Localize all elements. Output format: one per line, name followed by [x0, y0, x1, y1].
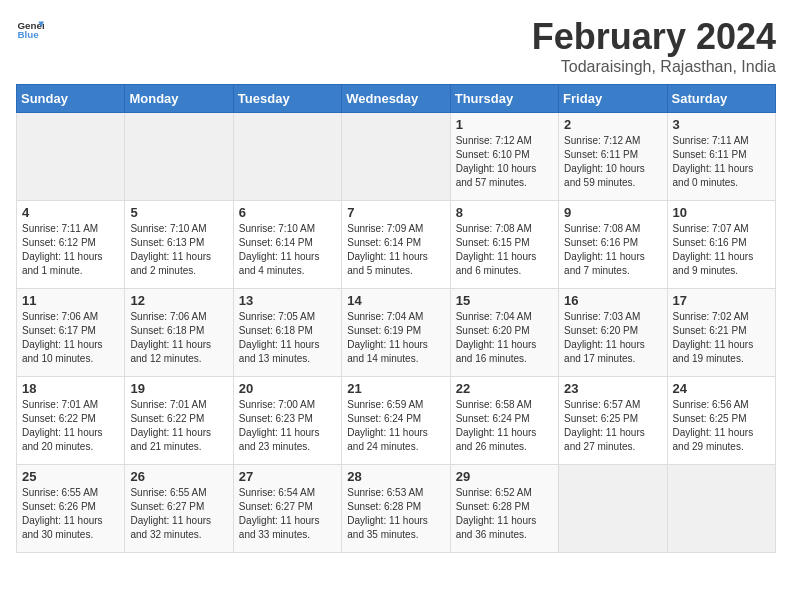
day-number: 14	[347, 293, 444, 308]
calendar-cell: 23Sunrise: 6:57 AM Sunset: 6:25 PM Dayli…	[559, 377, 667, 465]
day-info: Sunrise: 7:01 AM Sunset: 6:22 PM Dayligh…	[130, 398, 227, 454]
calendar-cell: 26Sunrise: 6:55 AM Sunset: 6:27 PM Dayli…	[125, 465, 233, 553]
location-title: Todaraisingh, Rajasthan, India	[532, 58, 776, 76]
calendar-cell: 25Sunrise: 6:55 AM Sunset: 6:26 PM Dayli…	[17, 465, 125, 553]
day-info: Sunrise: 6:52 AM Sunset: 6:28 PM Dayligh…	[456, 486, 553, 542]
day-number: 20	[239, 381, 336, 396]
calendar-cell: 4Sunrise: 7:11 AM Sunset: 6:12 PM Daylig…	[17, 201, 125, 289]
calendar-cell: 18Sunrise: 7:01 AM Sunset: 6:22 PM Dayli…	[17, 377, 125, 465]
day-info: Sunrise: 6:56 AM Sunset: 6:25 PM Dayligh…	[673, 398, 770, 454]
day-info: Sunrise: 7:12 AM Sunset: 6:10 PM Dayligh…	[456, 134, 553, 190]
day-info: Sunrise: 7:01 AM Sunset: 6:22 PM Dayligh…	[22, 398, 119, 454]
calendar-week-row: 11Sunrise: 7:06 AM Sunset: 6:17 PM Dayli…	[17, 289, 776, 377]
day-number: 9	[564, 205, 661, 220]
day-info: Sunrise: 7:04 AM Sunset: 6:20 PM Dayligh…	[456, 310, 553, 366]
calendar-cell: 16Sunrise: 7:03 AM Sunset: 6:20 PM Dayli…	[559, 289, 667, 377]
day-info: Sunrise: 7:02 AM Sunset: 6:21 PM Dayligh…	[673, 310, 770, 366]
day-number: 7	[347, 205, 444, 220]
day-info: Sunrise: 7:08 AM Sunset: 6:15 PM Dayligh…	[456, 222, 553, 278]
calendar-cell: 8Sunrise: 7:08 AM Sunset: 6:15 PM Daylig…	[450, 201, 558, 289]
calendar-cell	[233, 113, 341, 201]
day-number: 25	[22, 469, 119, 484]
calendar-cell: 5Sunrise: 7:10 AM Sunset: 6:13 PM Daylig…	[125, 201, 233, 289]
day-number: 29	[456, 469, 553, 484]
day-number: 22	[456, 381, 553, 396]
calendar-cell	[667, 465, 775, 553]
day-info: Sunrise: 6:54 AM Sunset: 6:27 PM Dayligh…	[239, 486, 336, 542]
logo: General Blue	[16, 16, 44, 44]
col-header-monday: Monday	[125, 85, 233, 113]
day-number: 3	[673, 117, 770, 132]
day-info: Sunrise: 7:11 AM Sunset: 6:11 PM Dayligh…	[673, 134, 770, 190]
calendar-cell: 3Sunrise: 7:11 AM Sunset: 6:11 PM Daylig…	[667, 113, 775, 201]
day-info: Sunrise: 7:12 AM Sunset: 6:11 PM Dayligh…	[564, 134, 661, 190]
day-info: Sunrise: 6:55 AM Sunset: 6:26 PM Dayligh…	[22, 486, 119, 542]
calendar-cell: 14Sunrise: 7:04 AM Sunset: 6:19 PM Dayli…	[342, 289, 450, 377]
day-info: Sunrise: 7:04 AM Sunset: 6:19 PM Dayligh…	[347, 310, 444, 366]
svg-text:Blue: Blue	[17, 29, 39, 40]
col-header-wednesday: Wednesday	[342, 85, 450, 113]
day-info: Sunrise: 7:07 AM Sunset: 6:16 PM Dayligh…	[673, 222, 770, 278]
col-header-saturday: Saturday	[667, 85, 775, 113]
day-info: Sunrise: 7:10 AM Sunset: 6:14 PM Dayligh…	[239, 222, 336, 278]
day-number: 17	[673, 293, 770, 308]
day-number: 19	[130, 381, 227, 396]
logo-icon: General Blue	[16, 16, 44, 44]
day-number: 15	[456, 293, 553, 308]
calendar-cell: 27Sunrise: 6:54 AM Sunset: 6:27 PM Dayli…	[233, 465, 341, 553]
calendar-week-row: 18Sunrise: 7:01 AM Sunset: 6:22 PM Dayli…	[17, 377, 776, 465]
day-info: Sunrise: 6:59 AM Sunset: 6:24 PM Dayligh…	[347, 398, 444, 454]
calendar-cell: 20Sunrise: 7:00 AM Sunset: 6:23 PM Dayli…	[233, 377, 341, 465]
calendar-week-row: 1Sunrise: 7:12 AM Sunset: 6:10 PM Daylig…	[17, 113, 776, 201]
calendar-cell: 12Sunrise: 7:06 AM Sunset: 6:18 PM Dayli…	[125, 289, 233, 377]
day-info: Sunrise: 7:06 AM Sunset: 6:18 PM Dayligh…	[130, 310, 227, 366]
calendar-table: SundayMondayTuesdayWednesdayThursdayFrid…	[16, 84, 776, 553]
day-number: 10	[673, 205, 770, 220]
month-title: February 2024	[532, 16, 776, 58]
title-area: February 2024 Todaraisingh, Rajasthan, I…	[532, 16, 776, 76]
day-number: 2	[564, 117, 661, 132]
calendar-week-row: 25Sunrise: 6:55 AM Sunset: 6:26 PM Dayli…	[17, 465, 776, 553]
calendar-cell: 19Sunrise: 7:01 AM Sunset: 6:22 PM Dayli…	[125, 377, 233, 465]
day-info: Sunrise: 6:53 AM Sunset: 6:28 PM Dayligh…	[347, 486, 444, 542]
calendar-cell	[342, 113, 450, 201]
day-info: Sunrise: 7:06 AM Sunset: 6:17 PM Dayligh…	[22, 310, 119, 366]
col-header-friday: Friday	[559, 85, 667, 113]
day-number: 8	[456, 205, 553, 220]
calendar-header-row: SundayMondayTuesdayWednesdayThursdayFrid…	[17, 85, 776, 113]
calendar-cell: 17Sunrise: 7:02 AM Sunset: 6:21 PM Dayli…	[667, 289, 775, 377]
day-number: 27	[239, 469, 336, 484]
calendar-cell	[125, 113, 233, 201]
day-number: 18	[22, 381, 119, 396]
day-number: 28	[347, 469, 444, 484]
day-number: 1	[456, 117, 553, 132]
day-info: Sunrise: 7:08 AM Sunset: 6:16 PM Dayligh…	[564, 222, 661, 278]
calendar-cell: 28Sunrise: 6:53 AM Sunset: 6:28 PM Dayli…	[342, 465, 450, 553]
calendar-cell: 15Sunrise: 7:04 AM Sunset: 6:20 PM Dayli…	[450, 289, 558, 377]
calendar-cell: 11Sunrise: 7:06 AM Sunset: 6:17 PM Dayli…	[17, 289, 125, 377]
day-info: Sunrise: 7:03 AM Sunset: 6:20 PM Dayligh…	[564, 310, 661, 366]
day-info: Sunrise: 6:55 AM Sunset: 6:27 PM Dayligh…	[130, 486, 227, 542]
calendar-cell	[17, 113, 125, 201]
header: General Blue February 2024 Todaraisingh,…	[16, 16, 776, 76]
calendar-cell: 6Sunrise: 7:10 AM Sunset: 6:14 PM Daylig…	[233, 201, 341, 289]
calendar-cell: 2Sunrise: 7:12 AM Sunset: 6:11 PM Daylig…	[559, 113, 667, 201]
calendar-cell	[559, 465, 667, 553]
day-info: Sunrise: 7:11 AM Sunset: 6:12 PM Dayligh…	[22, 222, 119, 278]
day-number: 6	[239, 205, 336, 220]
calendar-week-row: 4Sunrise: 7:11 AM Sunset: 6:12 PM Daylig…	[17, 201, 776, 289]
col-header-tuesday: Tuesday	[233, 85, 341, 113]
day-info: Sunrise: 7:05 AM Sunset: 6:18 PM Dayligh…	[239, 310, 336, 366]
day-number: 21	[347, 381, 444, 396]
day-number: 23	[564, 381, 661, 396]
calendar-cell: 9Sunrise: 7:08 AM Sunset: 6:16 PM Daylig…	[559, 201, 667, 289]
day-info: Sunrise: 6:58 AM Sunset: 6:24 PM Dayligh…	[456, 398, 553, 454]
col-header-thursday: Thursday	[450, 85, 558, 113]
calendar-cell: 1Sunrise: 7:12 AM Sunset: 6:10 PM Daylig…	[450, 113, 558, 201]
col-header-sunday: Sunday	[17, 85, 125, 113]
calendar-cell: 21Sunrise: 6:59 AM Sunset: 6:24 PM Dayli…	[342, 377, 450, 465]
day-number: 11	[22, 293, 119, 308]
day-number: 4	[22, 205, 119, 220]
day-number: 26	[130, 469, 227, 484]
calendar-cell: 22Sunrise: 6:58 AM Sunset: 6:24 PM Dayli…	[450, 377, 558, 465]
